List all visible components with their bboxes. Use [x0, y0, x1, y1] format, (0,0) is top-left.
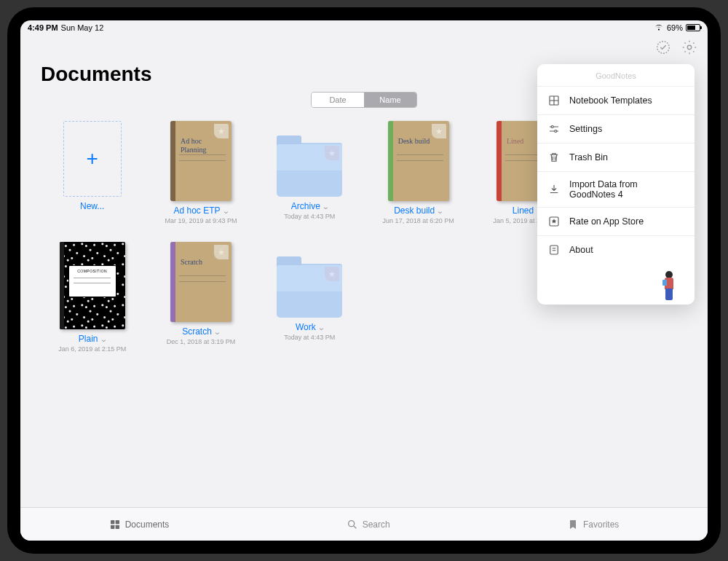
- sliders-icon: [547, 122, 561, 136]
- svg-point-6: [348, 520, 354, 526]
- popover-illustration: [537, 264, 695, 305]
- popover-title: GoodNotes: [537, 64, 695, 86]
- menu-about[interactable]: About: [537, 235, 695, 264]
- doc-plain[interactable]: COMPOSITION Plain⌄ Jan 6, 2019 at 2:15 P…: [41, 242, 143, 353]
- star-icon: [547, 215, 561, 228]
- svg-rect-2: [111, 520, 114, 524]
- wifi-icon: [654, 23, 664, 33]
- battery-percent: 69%: [667, 23, 683, 32]
- svg-point-13: [551, 126, 553, 128]
- gear-icon[interactable]: [681, 39, 697, 55]
- menu-rate-app-store[interactable]: Rate on App Store: [537, 207, 695, 235]
- status-date: Sun May 12: [61, 23, 104, 32]
- status-bar: 4:49 PM Sun May 12 69%: [20, 20, 708, 35]
- tab-search[interactable]: Search: [347, 519, 390, 530]
- grid-icon: [109, 519, 121, 530]
- svg-rect-5: [115, 525, 119, 528]
- folder-work[interactable]: ★ Work⌄ Today at 4:43 PM: [258, 242, 361, 353]
- download-icon: [547, 183, 561, 196]
- plus-icon: +: [63, 121, 122, 197]
- bookmark-icon: [567, 519, 579, 530]
- select-icon[interactable]: [655, 39, 671, 55]
- svg-rect-3: [115, 520, 119, 524]
- chevron-down-icon[interactable]: ⌄: [99, 335, 106, 343]
- doc-desk-build[interactable]: ★ Desk build Desk build⌄ Jun 17, 2018 at…: [367, 121, 470, 224]
- svg-point-14: [555, 130, 557, 133]
- tab-favorites[interactable]: Favorites: [567, 519, 619, 530]
- doc-adhoc-etp[interactable]: ★ Ad hoc Planning Ad hoc ETP⌄ Mar 19, 20…: [149, 121, 252, 224]
- menu-trash-bin[interactable]: Trash Bin: [537, 143, 695, 171]
- ipad-frame: 4:49 PM Sun May 12 69% Documents Date Na…: [7, 7, 721, 554]
- menu-settings[interactable]: Settings: [537, 114, 695, 143]
- chevron-down-icon[interactable]: ⌄: [221, 207, 229, 215]
- menu-notebook-templates[interactable]: Notebook Templates: [537, 86, 695, 114]
- svg-rect-18: [550, 246, 558, 254]
- new-document[interactable]: + New...: [41, 121, 143, 224]
- chevron-down-icon[interactable]: ⌄: [213, 328, 221, 336]
- menu-import-gn4[interactable]: Import Data from GoodNotes 4: [537, 171, 695, 207]
- trash-icon: [547, 151, 561, 164]
- sort-name[interactable]: Name: [364, 93, 416, 107]
- svg-rect-4: [111, 525, 114, 528]
- chevron-down-icon[interactable]: ⌄: [436, 207, 443, 215]
- folder-archive[interactable]: ★ Archive⌄ Today at 4:43 PM: [258, 121, 361, 224]
- svg-line-7: [354, 526, 356, 528]
- chevron-down-icon[interactable]: ⌄: [317, 323, 325, 332]
- new-label: New...: [80, 201, 104, 211]
- settings-popover: GoodNotes Notebook Templates Settings Tr…: [537, 64, 695, 305]
- search-icon: [347, 519, 358, 530]
- status-time: 4:49 PM: [28, 23, 58, 32]
- about-icon: [547, 243, 561, 256]
- sort-date[interactable]: Date: [312, 93, 364, 107]
- screen: 4:49 PM Sun May 12 69% Documents Date Na…: [20, 20, 708, 541]
- battery-icon: [686, 24, 700, 31]
- chevron-down-icon[interactable]: ⌄: [322, 203, 329, 211]
- tab-documents[interactable]: Documents: [109, 519, 170, 530]
- svg-point-1: [687, 45, 692, 50]
- toolbar: [20, 35, 708, 60]
- doc-scratch[interactable]: ★ Scratch Scratch⌄ Dec 1, 2018 at 3:19 P…: [149, 242, 252, 353]
- tab-bar: Documents Search Favorites: [20, 507, 708, 541]
- templates-icon: [547, 94, 561, 107]
